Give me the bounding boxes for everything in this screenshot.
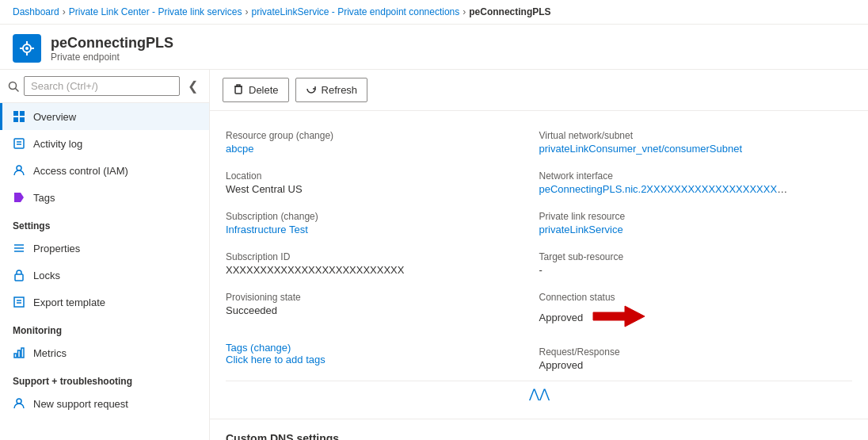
sidebar-item-tags[interactable]: Tags xyxy=(0,184,209,211)
tags-item: Tags (change) Click here to add tags xyxy=(226,335,539,375)
search-icon xyxy=(8,81,19,92)
page-icon xyxy=(13,34,41,63)
sidebar-item-new-support[interactable]: New support request xyxy=(0,390,209,417)
tags-icon xyxy=(13,191,25,204)
connection-status-item: Connection status Approved xyxy=(539,285,853,340)
red-arrow-icon xyxy=(589,304,645,331)
target-sub-resource-item: Target sub-resource - xyxy=(539,245,853,285)
svg-rect-28 xyxy=(235,86,242,94)
svg-point-27 xyxy=(17,399,21,404)
breadcrumb-private-link-service[interactable]: privateLinkService - Private endpoint co… xyxy=(251,6,459,17)
monitoring-section-label: Monitoring xyxy=(0,316,209,339)
refresh-icon xyxy=(306,83,317,97)
settings-section-label: Settings xyxy=(0,211,209,235)
connection-status-value: Approved xyxy=(539,312,584,323)
provisioning-state-value: Succeeded xyxy=(226,304,539,316)
svg-line-7 xyxy=(16,88,19,91)
vnet-value[interactable]: privateLinkConsumer_vnet/consumerSubnet xyxy=(539,143,743,155)
svg-rect-24 xyxy=(14,354,17,358)
support-section-label: Support + troubleshooting xyxy=(0,366,209,390)
delete-button[interactable]: Delete xyxy=(223,78,289,102)
target-sub-resource-value: - xyxy=(539,264,853,276)
resource-group-value[interactable]: abcpe xyxy=(226,143,253,155)
request-response-value: Approved xyxy=(539,359,853,371)
svg-marker-16 xyxy=(14,193,24,202)
subscription-change-link[interactable]: (change) xyxy=(280,211,318,222)
sidebar-item-activity-log[interactable]: Activity log xyxy=(0,130,209,157)
page-header: peConnectingPLS Private endpoint xyxy=(0,25,868,70)
new-support-icon xyxy=(13,397,25,410)
export-template-icon xyxy=(13,296,25,308)
subscription-id-item: Subscription ID XXXXXXXXXXXXXXXXXXXXXXXX… xyxy=(226,245,539,285)
details-grid: Resource group (change) abcpe Location W… xyxy=(226,124,852,381)
new-support-label: New support request xyxy=(33,398,128,410)
subscription-id-value: XXXXXXXXXXXXXXXXXXXXXXXXXX xyxy=(226,264,539,276)
app-body: ❮ Overview Activity log Access contr xyxy=(0,70,868,440)
resource-group-change-link[interactable]: (change) xyxy=(296,130,333,141)
sidebar-item-overview[interactable]: Overview xyxy=(0,103,209,130)
private-link-resource-item: Private link resource privateLinkService xyxy=(539,205,853,245)
subscription-value[interactable]: Infrastructure Test xyxy=(226,224,308,235)
sidebar-item-metrics[interactable]: Metrics xyxy=(0,339,209,366)
svg-rect-9 xyxy=(20,111,25,116)
breadcrumb: Dashboard › Private Link Center - Privat… xyxy=(0,0,868,25)
page-subtitle: Private endpoint xyxy=(51,52,173,63)
search-input[interactable] xyxy=(24,76,180,96)
sidebar-item-locks[interactable]: Locks xyxy=(0,262,209,289)
properties-icon xyxy=(13,242,25,254)
private-link-resource-value[interactable]: privateLinkService xyxy=(539,224,623,235)
toolbar: Delete Refresh xyxy=(210,70,868,111)
properties-label: Properties xyxy=(33,243,80,254)
resource-group-item: Resource group (change) abcpe xyxy=(226,124,539,164)
export-template-label: Export template xyxy=(33,297,105,308)
locks-label: Locks xyxy=(33,270,60,281)
tags-add-link[interactable]: Click here to add tags xyxy=(226,354,326,365)
activity-log-icon xyxy=(13,137,25,150)
nic-value[interactable]: peConnectingPLS.nic.2XXXXXXXXXXXXXXXXXXX… xyxy=(539,183,793,195)
svg-point-1 xyxy=(25,47,29,50)
svg-rect-12 xyxy=(14,139,24,148)
main-content: Delete Refresh Resource group (change) a… xyxy=(210,70,868,440)
overview-icon xyxy=(13,110,25,123)
provisioning-state-item: Provisioning state Succeeded xyxy=(226,285,539,326)
svg-rect-25 xyxy=(18,350,21,358)
vnet-item: Virtual network/subnet privateLinkConsum… xyxy=(539,124,853,164)
sidebar-nav: Overview Activity log Access control (IA… xyxy=(0,103,209,440)
details-left: Resource group (change) abcpe Location W… xyxy=(226,124,539,381)
sidebar-item-export-template[interactable]: Export template xyxy=(0,289,209,316)
svg-rect-10 xyxy=(13,117,18,122)
delete-icon xyxy=(233,83,244,97)
sidebar: ❮ Overview Activity log Access contr xyxy=(0,70,210,440)
request-response-item: Request/Response Approved xyxy=(539,340,853,381)
dns-section: Custom DNS settings FQDN Private IP Not … xyxy=(210,419,868,440)
search-box: ❮ xyxy=(0,70,209,103)
svg-rect-21 xyxy=(14,297,24,307)
breadcrumb-private-link-center[interactable]: Private Link Center - Private link servi… xyxy=(69,6,242,17)
collapse-divider[interactable]: ⋀⋀ xyxy=(226,381,852,406)
metrics-icon xyxy=(13,346,25,359)
refresh-label: Refresh xyxy=(322,84,358,96)
overview-label: Overview xyxy=(33,111,76,123)
svg-marker-29 xyxy=(593,306,645,327)
svg-rect-11 xyxy=(20,117,25,122)
svg-rect-8 xyxy=(13,111,18,116)
details-section: Resource group (change) abcpe Location W… xyxy=(210,111,868,419)
location-value: West Central US xyxy=(226,183,539,195)
tags-label: Tags xyxy=(33,192,55,204)
dns-title: Custom DNS settings xyxy=(226,432,852,440)
sidebar-item-properties[interactable]: Properties xyxy=(0,235,209,262)
breadcrumb-dashboard[interactable]: Dashboard xyxy=(13,6,59,17)
collapse-arrows-icon[interactable]: ⋀⋀ xyxy=(529,386,550,401)
access-control-icon xyxy=(13,164,25,177)
svg-point-15 xyxy=(17,166,21,170)
details-right: Virtual network/subnet privateLinkConsum… xyxy=(539,124,853,381)
collapse-button[interactable]: ❮ xyxy=(185,77,201,95)
subscription-item: Subscription (change) Infrastructure Tes… xyxy=(226,205,539,245)
page-title: peConnectingPLS xyxy=(51,35,173,52)
refresh-button[interactable]: Refresh xyxy=(295,78,368,102)
sidebar-item-access-control[interactable]: Access control (IAM) xyxy=(0,157,209,184)
locks-icon xyxy=(13,269,25,281)
tags-change-link[interactable]: Tags (change) xyxy=(226,342,291,354)
access-control-label: Access control (IAM) xyxy=(33,165,128,177)
breadcrumb-current: peConnectingPLS xyxy=(469,6,550,17)
